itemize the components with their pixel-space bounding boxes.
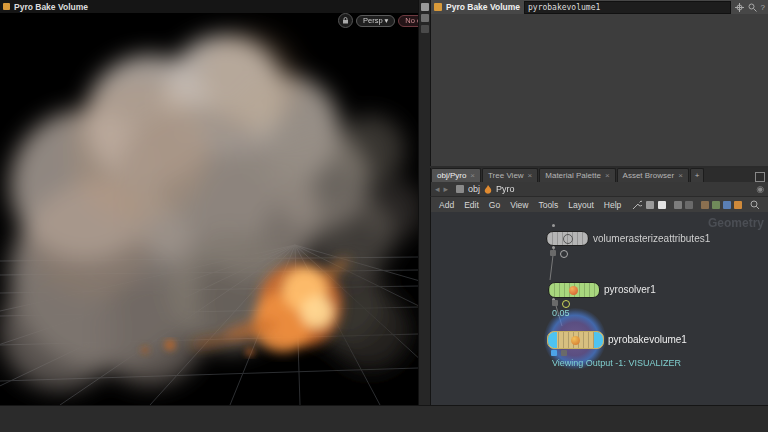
menu-help[interactable]: Help	[604, 200, 621, 210]
pane-tab-tree-view[interactable]: Tree View×	[482, 168, 538, 182]
close-icon[interactable]: ×	[470, 171, 475, 180]
new-tab-button[interactable]: +	[690, 168, 705, 182]
network-editor[interactable]: Geometry volumerasterizeattributes1 pyro…	[430, 212, 768, 405]
node-pyrobakevolume1[interactable]	[547, 331, 604, 349]
view-tool-icon[interactable]	[421, 3, 429, 11]
viewport-scene	[0, 13, 418, 405]
bake-op-icon	[571, 336, 580, 345]
snapshot-icon[interactable]	[701, 201, 709, 209]
menu-layout[interactable]: Layout	[568, 200, 594, 210]
path-context[interactable]: obj	[468, 184, 480, 194]
color-palette-icon[interactable]	[712, 201, 720, 209]
node-label[interactable]: volumerasterizeattributes1	[593, 233, 710, 244]
forward-icon[interactable]: ▸	[444, 184, 449, 194]
pane-tab-asset-browser[interactable]: Asset Browser×	[617, 168, 689, 182]
viewport-title: Pyro Bake Volume	[14, 2, 88, 12]
node-connector-dot[interactable]	[552, 224, 555, 227]
viewport-toolbar	[418, 0, 430, 405]
houdini-window: Pyro Bake Volume Persp ▾ No cam ▾ Pyro B…	[0, 0, 768, 432]
pane-menu-icon[interactable]	[755, 172, 765, 182]
persp-label: Persp	[363, 16, 383, 25]
caret-down-icon: ▾	[385, 16, 389, 25]
menu-go[interactable]: Go	[489, 200, 500, 210]
view-lock-button[interactable]	[338, 13, 353, 28]
close-icon[interactable]: ×	[678, 171, 683, 180]
layout-nodes-icon[interactable]	[646, 201, 654, 209]
pyro-op-icon	[569, 286, 578, 295]
node-label[interactable]: pyrobakevolume1	[608, 334, 687, 345]
pyro-icon	[3, 3, 10, 10]
viewport-3d[interactable]	[0, 13, 418, 405]
node-op-icon	[563, 234, 573, 244]
lock-icon	[342, 17, 349, 24]
node-pyrosolver1[interactable]	[548, 282, 600, 298]
persp-view-button[interactable]: Persp ▾	[356, 15, 395, 27]
playbar: |◀ ◀ ■ ▶ ▶| 65 24 48 72 96 120 144 168 1…	[0, 405, 768, 432]
node-flag-badge[interactable]	[560, 250, 568, 258]
network-menu-bar: Add Edit Go View Tools Layout Help	[430, 196, 768, 212]
display-flag-icon[interactable]	[658, 201, 666, 209]
view-tool-icon[interactable]	[421, 25, 429, 33]
node-volumerasterizeattributes1[interactable]	[546, 231, 589, 246]
help-icon[interactable]: ?	[761, 3, 765, 12]
pane-tab-material-palette[interactable]: Material Palette×	[539, 168, 615, 182]
back-icon[interactable]: ◂	[435, 184, 440, 194]
flame-icon	[484, 185, 492, 194]
display-flag[interactable]	[548, 332, 557, 348]
panel-icon[interactable]	[685, 201, 693, 209]
menu-add[interactable]: Add	[439, 200, 454, 210]
obj-context-icon	[456, 185, 464, 193]
path-node[interactable]: Pyro	[496, 184, 515, 194]
param-header: Pyro Bake Volume pyrobakevolume1 ?	[431, 0, 768, 14]
close-icon[interactable]: ×	[605, 171, 610, 180]
node-type-icon	[434, 3, 442, 11]
pane-tab-network[interactable]: obj/Pyro×	[431, 168, 481, 182]
node-type-title: Pyro Bake Volume	[446, 2, 520, 12]
menu-edit[interactable]: Edit	[464, 200, 479, 210]
search-icon[interactable]	[748, 3, 757, 12]
wrench-icon[interactable]	[632, 200, 642, 210]
menu-view[interactable]: View	[510, 200, 528, 210]
node-flag-badge[interactable]	[562, 300, 570, 308]
panel-icon[interactable]	[674, 201, 682, 209]
close-icon[interactable]: ×	[528, 171, 533, 180]
render-flag[interactable]	[594, 332, 603, 348]
menu-toolbar-icons	[632, 200, 760, 210]
node-flag-badge[interactable]	[561, 350, 567, 356]
visualizer-status: Viewing Output -1: VISUALIZER	[552, 358, 681, 368]
node-info-text: 0.05	[552, 308, 570, 318]
gear-icon[interactable]	[735, 3, 744, 12]
node-label[interactable]: pyrosolver1	[604, 284, 656, 295]
node-flag-badge[interactable]	[550, 250, 556, 256]
grid-snap-icon[interactable]	[723, 201, 731, 209]
search-icon[interactable]	[750, 200, 760, 210]
node-name-input[interactable]: pyrobakevolume1	[524, 1, 731, 14]
node-flag-badge[interactable]	[551, 350, 557, 356]
node-connector-dot[interactable]	[552, 246, 555, 249]
taskbar-icon[interactable]	[734, 201, 742, 209]
view-tool-icon[interactable]	[421, 14, 429, 22]
pane-tab-bar: obj/Pyro× Tree View× Material Palette× A…	[430, 168, 768, 182]
parameter-panel: Pyro Bake Volume pyrobakevolume1 ? ✓ Ass…	[430, 0, 768, 166]
node-flag-badge[interactable]	[552, 300, 558, 306]
menu-tools[interactable]: Tools	[538, 200, 558, 210]
pin-icon[interactable]: ◉	[756, 184, 764, 194]
network-path-bar: ◂ ▸ obj Pyro ◉	[430, 182, 768, 196]
viewport-titlebar: Pyro Bake Volume	[0, 0, 418, 13]
